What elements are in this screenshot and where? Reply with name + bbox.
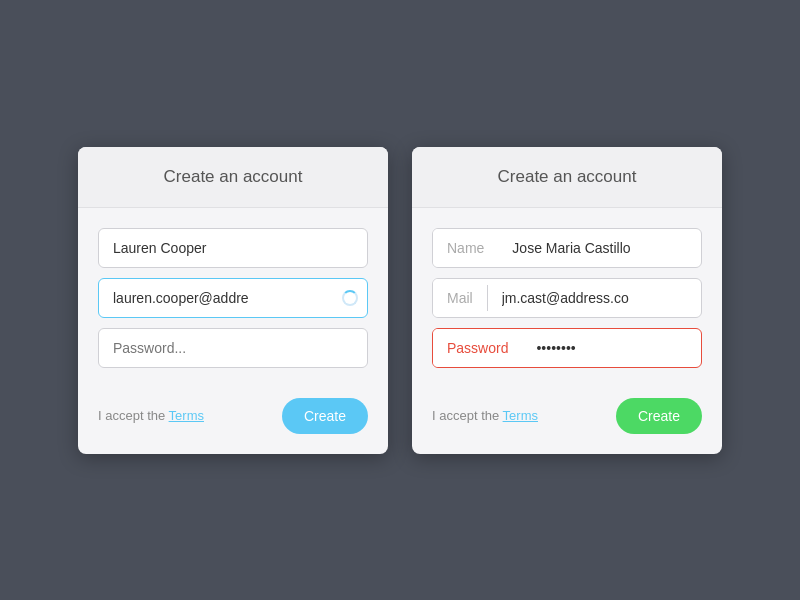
email-input[interactable]: [98, 278, 368, 318]
terms-text-left: I accept the Terms: [98, 408, 204, 423]
card-left-title: Create an account: [98, 167, 368, 187]
password-label: Password: [433, 329, 522, 367]
card-right-footer: I accept the Terms Create: [412, 388, 722, 454]
name-row: Name: [432, 228, 702, 268]
create-button-right[interactable]: Create: [616, 398, 702, 434]
create-button-left[interactable]: Create: [282, 398, 368, 434]
password-input[interactable]: [98, 328, 368, 368]
card-right-header: Create an account: [412, 147, 722, 208]
terms-text-right: I accept the Terms: [432, 408, 538, 423]
password-input-right[interactable]: [522, 329, 702, 367]
name-label: Name: [433, 229, 498, 267]
mail-row: Mail: [432, 278, 702, 318]
terms-link-right[interactable]: Terms: [503, 408, 538, 423]
password-row: Password: [432, 328, 702, 368]
card-right: Create an account Name Mail Password I a…: [412, 147, 722, 454]
loading-spinner: [342, 290, 358, 306]
card-right-body: Name Mail Password: [412, 208, 722, 388]
mail-label: Mail: [433, 279, 487, 317]
card-right-title: Create an account: [432, 167, 702, 187]
name-input[interactable]: [98, 228, 368, 268]
card-left-footer: I accept the Terms Create: [78, 388, 388, 454]
mail-input[interactable]: [488, 279, 701, 317]
card-left-header: Create an account: [78, 147, 388, 208]
card-left: Create an account I accept the Terms Cre…: [78, 147, 388, 454]
name-input-right[interactable]: [498, 229, 701, 267]
card-left-body: [78, 208, 388, 388]
email-input-wrapper: [98, 278, 368, 318]
terms-link-left[interactable]: Terms: [169, 408, 204, 423]
